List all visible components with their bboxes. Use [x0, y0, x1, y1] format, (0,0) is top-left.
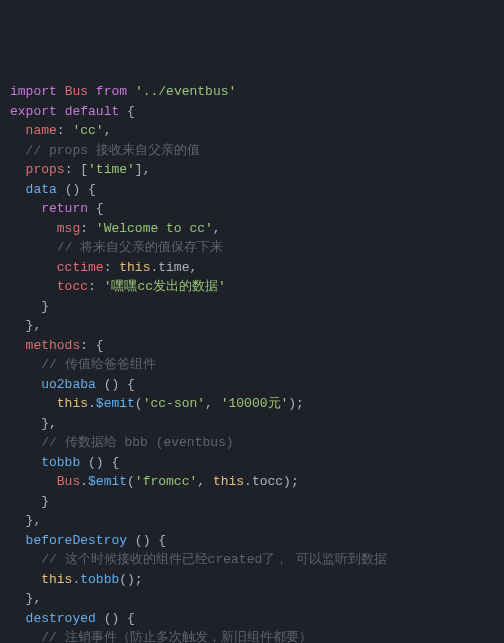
token-pn	[10, 377, 41, 392]
token-pn: ,	[213, 221, 221, 236]
token-fn: $emit	[88, 474, 127, 489]
token-cm: // 这个时候接收的组件已经created了， 可以监听到数据	[41, 552, 387, 567]
token-th: this	[57, 396, 88, 411]
token-pn	[10, 572, 41, 587]
token-pn: ,	[197, 474, 213, 489]
code-line: // 这个时候接收的组件已经created了， 可以监听到数据	[10, 550, 494, 570]
code-line: return {	[10, 199, 494, 219]
token-cm: // 将来自父亲的值保存下来	[57, 240, 223, 255]
token-pn: :	[88, 279, 104, 294]
code-line: },	[10, 589, 494, 609]
token-str: 'time'	[88, 162, 135, 177]
token-pn	[10, 552, 41, 567]
token-pn: ,	[104, 123, 112, 138]
token-pn	[88, 84, 96, 99]
token-pn: },	[10, 513, 41, 528]
token-pn	[10, 630, 41, 643]
token-pn: () {	[127, 533, 166, 548]
token-pn	[10, 182, 26, 197]
token-pn: (	[135, 396, 143, 411]
code-line: this.tobbb();	[10, 570, 494, 590]
token-cm: // 传数据给 bbb (eventbus)	[41, 435, 233, 450]
token-prop: tocc	[57, 279, 88, 294]
token-pn: .	[80, 474, 88, 489]
token-pn	[10, 533, 26, 548]
token-fn: beforeDestroy	[26, 533, 127, 548]
code-line: this.$emit('cc-son', '10000元');	[10, 394, 494, 414]
code-line: // 将来自父亲的值保存下来	[10, 238, 494, 258]
code-block: import Bus from '../eventbus'export defa…	[10, 82, 494, 643]
token-pn	[127, 84, 135, 99]
token-str: 'fromcc'	[135, 474, 197, 489]
token-pn: .time,	[150, 260, 197, 275]
code-line: tocc: '嘿嘿cc发出的数据'	[10, 277, 494, 297]
token-prop: methods	[26, 338, 81, 353]
token-fn: tobbb	[41, 455, 80, 470]
token-cm: // 注销事件（防止多次触发，新旧组件都要）	[41, 630, 311, 643]
token-pn: ,	[205, 396, 221, 411]
code-line: name: 'cc',	[10, 121, 494, 141]
token-pn	[57, 84, 65, 99]
token-pn: {	[88, 201, 104, 216]
token-pn	[10, 221, 57, 236]
token-pn: () {	[96, 377, 135, 392]
token-fn: tobbb	[80, 572, 119, 587]
token-pn: () {	[96, 611, 135, 626]
token-str: 'cc'	[72, 123, 103, 138]
token-pn	[10, 357, 41, 372]
token-pn	[10, 279, 57, 294]
token-pn: (	[127, 474, 135, 489]
code-line: data () {	[10, 180, 494, 200]
token-pn: ],	[135, 162, 151, 177]
code-line: export default {	[10, 102, 494, 122]
code-line: Bus.$emit('fromcc', this.tocc);	[10, 472, 494, 492]
token-pn	[10, 143, 26, 158]
token-pn: ();	[119, 572, 142, 587]
token-pn	[10, 338, 26, 353]
token-pn	[10, 474, 57, 489]
token-th: this	[119, 260, 150, 275]
token-pn: },	[10, 591, 41, 606]
token-pn: :	[80, 221, 96, 236]
token-pn: }	[10, 299, 49, 314]
token-var: Bus	[65, 84, 88, 99]
code-line: props: ['time'],	[10, 160, 494, 180]
token-pn: .tocc);	[244, 474, 299, 489]
code-line: import Bus from '../eventbus'	[10, 82, 494, 102]
token-pn	[10, 455, 41, 470]
token-pn: },	[10, 318, 41, 333]
token-pn	[10, 123, 26, 138]
token-pn: :	[57, 123, 73, 138]
token-pn: : {	[80, 338, 103, 353]
token-kw: return	[41, 201, 88, 216]
code-line: },	[10, 316, 494, 336]
code-line: cctime: this.time,	[10, 258, 494, 278]
code-line: // 传值给爸爸组件	[10, 355, 494, 375]
token-prop: msg	[57, 221, 80, 236]
code-line: },	[10, 414, 494, 434]
token-prop: cctime	[57, 260, 104, 275]
token-fn: data	[26, 182, 57, 197]
code-line: methods: {	[10, 336, 494, 356]
token-pn	[10, 611, 26, 626]
token-cm: // props 接收来自父亲的值	[26, 143, 200, 158]
code-line: // 注销事件（防止多次触发，新旧组件都要）	[10, 628, 494, 643]
code-line: destroyed () {	[10, 609, 494, 629]
code-line: }	[10, 492, 494, 512]
token-pn: }	[10, 494, 49, 509]
token-pn: .	[88, 396, 96, 411]
token-var: Bus	[57, 474, 80, 489]
token-pn: () {	[80, 455, 119, 470]
code-line: uo2baba () {	[10, 375, 494, 395]
token-fn: destroyed	[26, 611, 96, 626]
token-kw: import	[10, 84, 57, 99]
token-str: 'cc-son'	[143, 396, 205, 411]
token-pn	[10, 435, 41, 450]
code-line: // 传数据给 bbb (eventbus)	[10, 433, 494, 453]
code-line: tobbb () {	[10, 453, 494, 473]
token-pn: :	[104, 260, 120, 275]
token-th: this	[41, 572, 72, 587]
token-pn: () {	[57, 182, 96, 197]
token-str: '嘿嘿cc发出的数据'	[104, 279, 226, 294]
token-kw: from	[96, 84, 127, 99]
